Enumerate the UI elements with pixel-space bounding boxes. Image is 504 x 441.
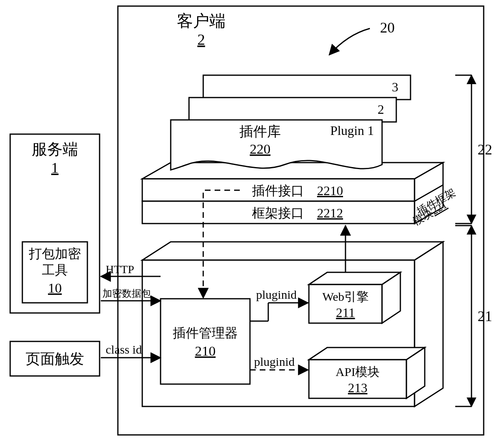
plugin-card-2: 2 xyxy=(189,98,396,122)
bracket-22-label: 22 xyxy=(478,141,492,158)
label-classid: class id xyxy=(106,343,142,356)
label-pluginid-top: pluginid xyxy=(256,288,297,301)
client-id: 2 xyxy=(198,31,205,48)
web-engine-id: 211 xyxy=(336,305,355,320)
plugin-interface-label: 插件接口 xyxy=(252,183,304,198)
server-title: 服务端 xyxy=(32,141,78,158)
bracket-21-label: 21 xyxy=(478,308,492,324)
plugin-framework-slab: 插件接口 2210 框架接口 2212 插件框架 模块 221 xyxy=(142,163,457,228)
page-trigger-label: 页面触发 xyxy=(26,351,84,367)
api-module-id: 213 xyxy=(348,380,367,395)
page-trigger-box: 页面触发 xyxy=(10,341,100,376)
svg-marker-9 xyxy=(142,242,443,260)
pack-encrypt-tool: 打包加密 工具 10 xyxy=(22,242,87,303)
server-box: 服务端 1 打包加密 工具 10 xyxy=(10,134,100,313)
api-module-box: API模块 213 xyxy=(309,348,425,398)
framework-interface-label: 框架接口 xyxy=(252,206,304,220)
label-enc-pkt: 加密数据包 xyxy=(102,288,151,299)
plugin-lib-id: 220 xyxy=(250,141,271,156)
framework-interface-id: 2212 xyxy=(317,206,343,220)
tool-line2: 工具 xyxy=(42,263,68,277)
api-module-title: API模块 xyxy=(336,365,380,378)
plugin-card-3-num: 3 xyxy=(392,80,398,94)
system-ref-label: 20 xyxy=(380,20,395,36)
tool-line1: 打包加密 xyxy=(28,246,81,261)
label-http: HTTP xyxy=(106,263,134,276)
server-id: 1 xyxy=(51,160,59,176)
svg-marker-16 xyxy=(309,348,425,360)
plugin-manager-box: 插件管理器 210 xyxy=(161,299,250,384)
web-engine-title: Web引擎 xyxy=(322,290,369,303)
client-title: 客户端 xyxy=(177,12,226,30)
plugin-card-1-label: Plugin 1 xyxy=(330,123,374,138)
plugin-manager-title: 插件管理器 xyxy=(173,326,238,340)
plugin-lib-title: 插件库 xyxy=(239,124,281,139)
plugin-interface-id: 2210 xyxy=(317,183,343,198)
label-pluginid-bottom: pluginid xyxy=(254,355,295,368)
svg-rect-12 xyxy=(161,299,250,384)
plugin-manager-id: 210 xyxy=(195,343,216,358)
tool-id: 10 xyxy=(48,280,62,295)
plugin-card-3: 3 xyxy=(203,75,411,100)
web-engine-box: Web引擎 211 xyxy=(309,272,400,323)
plugin-card-2-num: 2 xyxy=(378,102,384,117)
